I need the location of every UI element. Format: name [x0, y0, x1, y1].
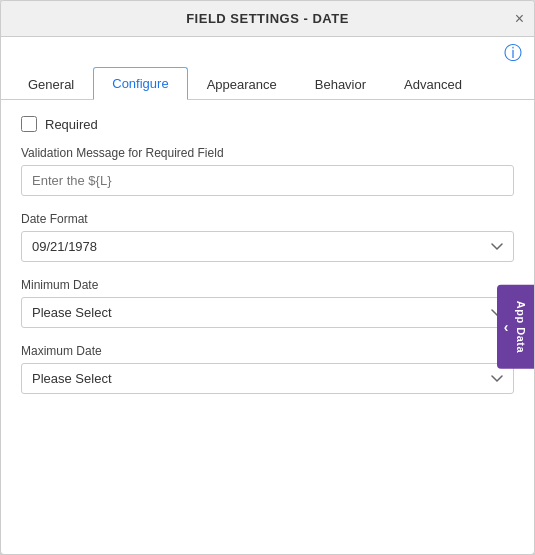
required-checkbox[interactable]	[21, 116, 37, 132]
minimum-date-group: Minimum Date Please Select	[21, 278, 514, 328]
date-format-select[interactable]: 09/21/1978 21/09/1978 1978-09-21	[21, 231, 514, 262]
chevron-left-icon: ‹	[504, 319, 509, 335]
tabs-bar: General Configure Appearance Behavior Ad…	[1, 67, 534, 100]
tab-configure[interactable]: Configure	[93, 67, 187, 100]
maximum-date-label: Maximum Date	[21, 344, 514, 358]
validation-message-input[interactable]	[21, 165, 514, 196]
tab-general[interactable]: General	[9, 67, 93, 100]
field-settings-dialog: FIELD SETTINGS - DATE × ⓘ General Config…	[0, 0, 535, 555]
dialog-title: FIELD SETTINGS - DATE	[186, 11, 349, 26]
close-button[interactable]: ×	[515, 11, 524, 27]
validation-message-group: Validation Message for Required Field	[21, 146, 514, 196]
required-row: Required	[21, 116, 514, 132]
tab-appearance[interactable]: Appearance	[188, 67, 296, 100]
validation-message-label: Validation Message for Required Field	[21, 146, 514, 160]
dialog-header: FIELD SETTINGS - DATE ×	[1, 1, 534, 37]
maximum-date-select[interactable]: Please Select	[21, 363, 514, 394]
app-data-button[interactable]: ‹ App Data	[497, 285, 534, 369]
info-icon[interactable]: ⓘ	[504, 41, 522, 65]
maximum-date-group: Maximum Date Please Select	[21, 344, 514, 394]
app-data-label: App Data	[515, 301, 527, 353]
tab-behavior[interactable]: Behavior	[296, 67, 385, 100]
date-format-label: Date Format	[21, 212, 514, 226]
minimum-date-label: Minimum Date	[21, 278, 514, 292]
required-label: Required	[45, 117, 98, 132]
info-bar: ⓘ	[1, 37, 534, 67]
configure-content: Required Validation Message for Required…	[1, 100, 534, 554]
minimum-date-select[interactable]: Please Select	[21, 297, 514, 328]
date-format-group: Date Format 09/21/1978 21/09/1978 1978-0…	[21, 212, 514, 262]
tab-advanced[interactable]: Advanced	[385, 67, 481, 100]
